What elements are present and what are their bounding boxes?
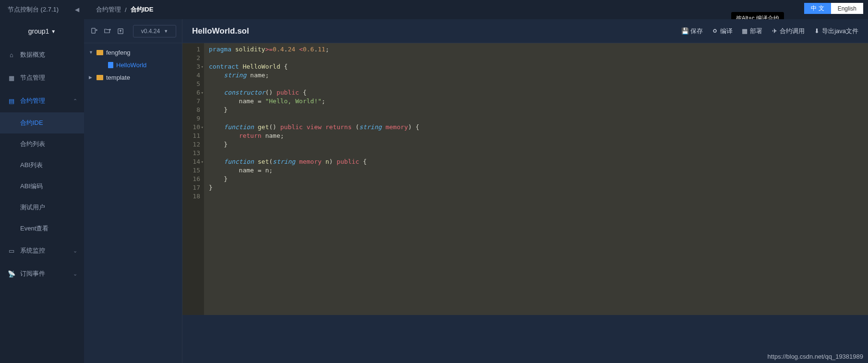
language-switcher: 中 文 English	[804, 3, 863, 14]
editor-header: HelloWorld.sol 💾 保存 ⭘ 编译 ▦ 部署 ✈ 合约调用 ⬇ 导…	[182, 19, 868, 43]
save-icon: 💾	[682, 28, 688, 35]
group-selector[interactable]: group1 ▼	[0, 19, 84, 43]
svg-rect-0	[91, 28, 95, 33]
nav-contract-ide[interactable]: 合约IDE	[0, 112, 84, 133]
lang-zh-button[interactable]: 中 文	[804, 3, 831, 14]
sidebar: group1 ▼ ⌂ 数据概览 ▦ 节点管理 ▤ 合约管理 ⌃ 合约IDE 合约…	[0, 19, 84, 363]
btn-label: 部署	[750, 27, 762, 36]
tree-caret-right-icon: ▶	[89, 75, 94, 80]
chevron-down-icon: ⌄	[73, 271, 77, 277]
nav-node-mgmt[interactable]: ▦ 节点管理	[0, 66, 84, 89]
home-icon: ⌂	[8, 51, 15, 59]
nav-label: 合约管理	[20, 97, 45, 105]
tree-folder-template[interactable]: ▶ template	[84, 71, 182, 84]
save-button[interactable]: 💾 保存	[682, 27, 703, 36]
editor-code[interactable]: pragma solidity>=0.4.24 <0.6.11; contrac…	[204, 43, 868, 315]
monitor-icon: ▭	[8, 247, 15, 254]
nav-test-user[interactable]: 测试用户	[0, 197, 84, 218]
document-icon: ▤	[8, 97, 15, 105]
tree-label: fengfeng	[106, 49, 131, 56]
nav-subscribe[interactable]: 📡 订阅事件 ⌄	[0, 262, 84, 285]
file-tree: ▼ fengfeng HelloWorld ▶ template	[84, 43, 182, 86]
caret-down-icon: ▼	[51, 29, 56, 34]
folder-icon	[96, 75, 103, 80]
nav-label: ABI列表	[20, 161, 43, 169]
editor-area: HelloWorld.sol 💾 保存 ⭘ 编译 ▦ 部署 ✈ 合约调用 ⬇ 导…	[182, 19, 868, 363]
new-folder-icon[interactable]	[103, 27, 111, 35]
editor-gutter: 123456789101112131415161718	[182, 43, 204, 315]
nav-abi-list[interactable]: ABI列表	[0, 155, 84, 176]
btn-label: 编译	[720, 27, 733, 36]
deploy-icon: ▦	[741, 28, 748, 35]
tree-label: template	[106, 74, 130, 81]
nav-label: ABI编码	[20, 182, 43, 191]
tree-file-helloworld[interactable]: HelloWorld	[84, 59, 182, 71]
main-area: v0.4.24 ▼ ▼ fengfeng HelloWorld ▶ templa…	[84, 19, 868, 363]
console-title: 节点控制台 (2.7.1)	[8, 5, 59, 14]
editor-file-title: HelloWorld.sol	[192, 26, 673, 36]
nav-contract-mgmt[interactable]: ▤ 合约管理 ⌃	[0, 89, 84, 112]
chevron-down-icon: ⌄	[73, 248, 77, 254]
nav-overview[interactable]: ⌂ 数据概览	[0, 43, 84, 66]
nav-label: 测试用户	[20, 203, 45, 212]
editor-bottom-panel	[182, 315, 868, 363]
invoke-button[interactable]: ✈ 合约调用	[771, 27, 805, 36]
nav-event-view[interactable]: Event查看	[0, 218, 84, 239]
explorer-toolbar: v0.4.24 ▼	[84, 19, 182, 43]
nav-contract-list[interactable]: 合约列表	[0, 133, 84, 155]
calendar-icon: ▦	[8, 74, 15, 82]
group-label: group1	[28, 27, 49, 35]
folder-icon	[96, 50, 103, 55]
nav-abi-encode[interactable]: ABI编码	[0, 176, 84, 197]
breadcrumb-parent[interactable]: 合约管理	[96, 5, 121, 14]
compile-button[interactable]: ⭘ 编译	[711, 27, 733, 36]
breadcrumb: 合约管理 / 合约IDE	[96, 0, 153, 19]
new-file-icon[interactable]	[90, 27, 97, 35]
collapse-sidebar-icon[interactable]: ◀	[75, 6, 79, 13]
nav-label: Event查看	[20, 224, 48, 233]
btn-label: 导出java文件	[822, 27, 858, 36]
tree-label: HelloWorld	[116, 61, 146, 69]
watermark: https://blog.csdn.net/qq_19381989	[768, 353, 864, 360]
breadcrumb-separator: /	[125, 6, 127, 13]
upload-icon[interactable]	[117, 27, 124, 35]
file-explorer: v0.4.24 ▼ ▼ fengfeng HelloWorld ▶ templa…	[84, 19, 182, 363]
lang-en-button[interactable]: English	[831, 3, 863, 14]
code-editor[interactable]: 123456789101112131415161718 pragma solid…	[182, 43, 868, 315]
sidebar-header: 节点控制台 (2.7.1) ◀	[0, 0, 84, 19]
nav-label: 系统监控	[20, 246, 45, 255]
btn-label: 合约调用	[780, 27, 805, 36]
solidity-version-select[interactable]: v0.4.24 ▼	[133, 25, 176, 37]
nav-label: 订阅事件	[20, 269, 45, 278]
send-icon: ✈	[771, 28, 778, 35]
nav-label: 节点管理	[20, 73, 45, 82]
tree-caret-down-icon: ▼	[89, 50, 94, 55]
compile-icon: ⭘	[711, 28, 718, 35]
download-icon: ⬇	[813, 28, 820, 35]
chevron-down-icon: ▼	[164, 29, 168, 34]
version-value: v0.4.24	[141, 28, 160, 35]
nav-label: 合约列表	[20, 140, 45, 148]
deploy-button[interactable]: ▦ 部署	[741, 27, 762, 36]
nav-label: 合约IDE	[20, 119, 43, 127]
chevron-up-icon: ⌃	[73, 98, 77, 104]
breadcrumb-current: 合约IDE	[131, 5, 154, 14]
btn-label: 保存	[690, 27, 703, 36]
export-java-button[interactable]: ⬇ 导出java文件	[813, 27, 858, 36]
file-icon	[108, 62, 113, 68]
tree-folder-fengfeng[interactable]: ▼ fengfeng	[84, 46, 182, 59]
nav-system-monitor[interactable]: ▭ 系统监控 ⌄	[0, 239, 84, 262]
rss-icon: 📡	[8, 270, 15, 278]
nav-label: 数据概览	[20, 50, 45, 59]
